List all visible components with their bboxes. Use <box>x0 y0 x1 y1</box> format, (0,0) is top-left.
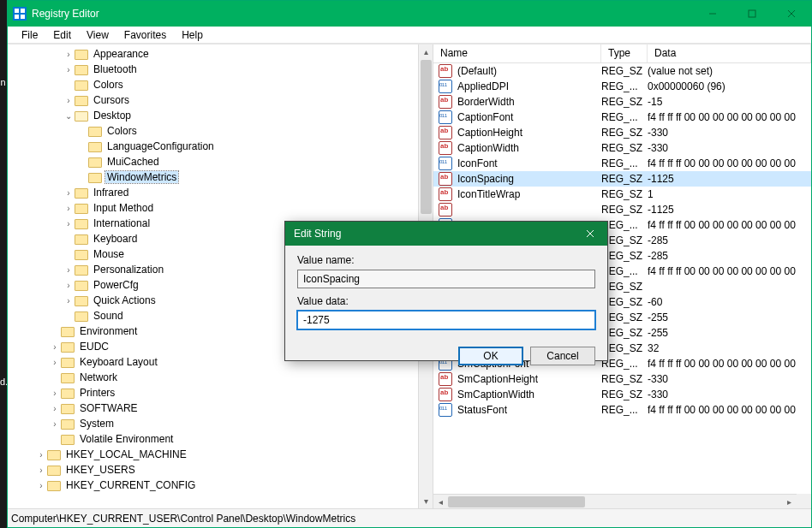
scroll-left-icon[interactable]: ◂ <box>433 495 448 509</box>
value-type: REG_... <box>601 404 648 416</box>
tree-item[interactable]: ›Bluetooth <box>8 62 433 77</box>
menu-bar: File Edit View Favorites Help <box>8 27 811 44</box>
titlebar[interactable]: Registry Editor <box>8 1 811 27</box>
folder-icon <box>75 202 88 214</box>
folder-icon <box>61 418 75 430</box>
expand-icon[interactable]: › <box>63 265 75 275</box>
value-data-input[interactable] <box>297 311 595 329</box>
tree-item[interactable]: ›System <box>8 416 433 431</box>
folder-icon <box>75 310 88 322</box>
expand-icon[interactable]: › <box>63 96 75 105</box>
tree-item[interactable]: Volatile Environment <box>8 431 433 447</box>
list-item[interactable]: AppliedDPIREG_...0x00000060 (96) <box>433 79 811 94</box>
value-type: REG_SZ <box>601 65 648 77</box>
list-item[interactable]: BorderWidthREG_SZ-15 <box>433 94 811 110</box>
list-item[interactable]: REG_SZ-1125 <box>433 202 811 217</box>
value-name: IconTitleWrap <box>457 188 601 200</box>
value-data: -330 <box>648 127 811 139</box>
string-value-icon <box>439 187 452 201</box>
value-name-input[interactable] <box>297 270 595 288</box>
value-name: CaptionWidth <box>457 142 601 154</box>
scroll-thumb[interactable] <box>448 496 585 507</box>
tree-item[interactable]: LanguageConfiguration <box>8 139 433 154</box>
cancel-button[interactable]: Cancel <box>530 347 595 365</box>
string-value-icon <box>439 172 452 186</box>
tree-item-label: MuiCached <box>105 156 161 168</box>
binary-value-icon <box>439 157 452 170</box>
list-item[interactable]: (Default)REG_SZ(value not set) <box>433 63 811 79</box>
tree-item[interactable]: MuiCached <box>8 154 433 169</box>
expand-icon[interactable]: › <box>49 358 61 367</box>
expand-icon[interactable]: › <box>49 389 61 398</box>
dialog-close-button[interactable] <box>573 222 607 246</box>
scroll-up-icon[interactable]: ▴ <box>419 44 433 59</box>
list-item[interactable]: StatusFontREG_...f4 ff ff ff 00 00 00 00… <box>433 402 811 418</box>
scroll-thumb[interactable] <box>421 60 432 214</box>
tree-item[interactable]: ›HKEY_CURRENT_CONFIG <box>8 478 433 493</box>
column-name[interactable]: Name <box>433 44 601 62</box>
list-item[interactable]: SmCaptionWidthREG_SZ-330 <box>433 387 811 402</box>
tree-item[interactable]: ›SOFTWARE <box>8 400 433 416</box>
expand-icon[interactable]: › <box>49 404 61 413</box>
tree-item[interactable]: WindowMetrics <box>8 169 433 185</box>
tree-item[interactable]: ›Input Method <box>8 200 433 216</box>
value-name: IconSpacing <box>457 173 601 185</box>
expand-icon[interactable]: › <box>63 204 75 213</box>
ok-button[interactable]: OK <box>458 347 523 365</box>
expand-icon[interactable]: › <box>63 296 75 306</box>
dialog-titlebar[interactable]: Edit String <box>285 222 607 246</box>
tree-item-label: International <box>92 217 152 229</box>
expand-icon[interactable]: › <box>49 419 61 429</box>
tree-item[interactable]: ›Printers <box>8 385 433 400</box>
value-data: f4 ff ff ff 00 00 00 00 00 00 00 00 <box>648 404 811 416</box>
tree-item[interactable]: ›Cursors <box>8 92 433 108</box>
string-value-icon <box>439 372 452 386</box>
expand-icon[interactable]: › <box>63 65 75 74</box>
tree-item[interactable]: ⌄Desktop <box>8 108 433 123</box>
minimize-button[interactable] <box>693 1 732 27</box>
list-item[interactable]: IconFontREG_...f4 ff ff ff 00 00 00 00 0… <box>433 156 811 171</box>
expand-icon[interactable]: › <box>49 342 61 352</box>
value-type: REG_SZ <box>601 389 648 400</box>
collapse-icon[interactable]: ⌄ <box>63 111 75 121</box>
expand-icon[interactable]: › <box>63 50 75 59</box>
tree-item[interactable]: ›HKEY_LOCAL_MACHINE <box>8 447 433 462</box>
value-data: f4 ff ff ff 00 00 00 00 00 00 00 00 <box>648 358 811 370</box>
scroll-down-icon[interactable]: ▾ <box>419 494 433 508</box>
string-value-icon <box>439 64 452 78</box>
value-data: -1125 <box>648 204 811 216</box>
folder-icon <box>61 341 75 353</box>
column-type[interactable]: Type <box>601 44 648 62</box>
folder-icon <box>61 371 75 383</box>
list-item[interactable]: IconTitleWrapREG_SZ1 <box>433 187 811 202</box>
tree-item[interactable]: ›Infrared <box>8 185 433 200</box>
tree-item[interactable]: ›Appearance <box>8 46 433 62</box>
list-item[interactable]: CaptionFontREG_...f4 ff ff ff 00 00 00 0… <box>433 110 811 125</box>
column-data[interactable]: Data <box>648 44 811 62</box>
menu-file[interactable]: File <box>15 27 45 43</box>
expand-icon[interactable]: › <box>63 281 75 290</box>
tree-item[interactable]: Colors <box>8 123 433 139</box>
scroll-right-icon[interactable]: ▸ <box>782 495 797 509</box>
expand-icon[interactable]: › <box>35 450 47 460</box>
menu-help[interactable]: Help <box>175 27 210 43</box>
tree-item-label: Volatile Environment <box>78 433 175 445</box>
list-item[interactable]: CaptionWidthREG_SZ-330 <box>433 140 811 156</box>
close-button[interactable] <box>772 1 811 27</box>
expand-icon[interactable]: › <box>35 481 47 490</box>
maximize-button[interactable] <box>732 1 772 27</box>
menu-edit[interactable]: Edit <box>46 27 78 43</box>
folder-icon <box>47 448 61 460</box>
expand-icon[interactable]: › <box>35 466 47 475</box>
tree-item-label: Keyboard <box>92 233 139 245</box>
list-hscrollbar[interactable]: ◂ ▸ <box>433 494 797 508</box>
list-item[interactable]: CaptionHeightREG_SZ-330 <box>433 125 811 140</box>
tree-item[interactable]: ›HKEY_USERS <box>8 462 433 478</box>
menu-favorites[interactable]: Favorites <box>117 27 173 43</box>
expand-icon[interactable]: › <box>63 219 75 228</box>
tree-item-label: Environment <box>78 325 139 337</box>
list-item[interactable]: IconSpacingREG_SZ-1125 <box>433 171 811 187</box>
menu-view[interactable]: View <box>80 27 116 43</box>
tree-item[interactable]: Colors <box>8 77 433 92</box>
expand-icon[interactable]: › <box>63 188 75 198</box>
